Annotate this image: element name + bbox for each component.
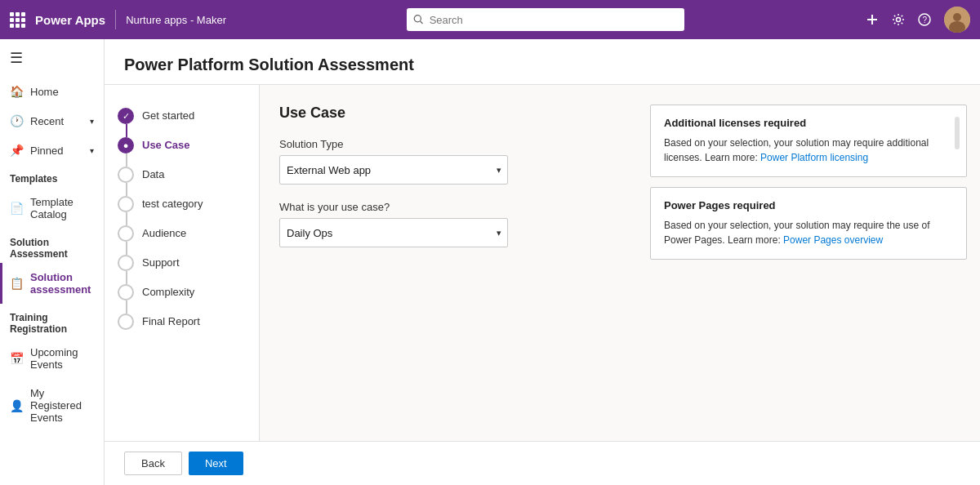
sidebar-item-registered-events[interactable]: 👤 My Registered Events bbox=[0, 379, 104, 432]
step-circle-data bbox=[118, 167, 134, 183]
events-icon: 📅 bbox=[10, 352, 24, 365]
sidebar-item-registered-label: My Registered Events bbox=[30, 387, 94, 424]
sidebar-item-recent[interactable]: 🕐 Recent ▾ bbox=[0, 106, 104, 136]
hamburger-menu[interactable]: ☰ bbox=[0, 39, 104, 77]
step-use-case[interactable]: ● Use Case bbox=[118, 131, 246, 160]
settings-button[interactable] bbox=[892, 13, 905, 26]
use-case-select[interactable]: Daily Ops Customer Service Finance HR Ot… bbox=[279, 218, 508, 247]
step-circle-support bbox=[118, 255, 134, 271]
search-input[interactable] bbox=[430, 14, 679, 26]
nav-divider bbox=[115, 10, 116, 29]
app-name: Nurture apps - Maker bbox=[126, 14, 226, 26]
footer-actions: Back Next bbox=[105, 441, 980, 485]
step-circle-final-report bbox=[118, 314, 134, 330]
additional-licenses-title: Additional licenses required bbox=[664, 117, 953, 129]
svg-point-0 bbox=[415, 16, 421, 22]
chevron-down-icon-2: ▾ bbox=[90, 146, 94, 155]
sidebar-item-solution-assessment[interactable]: 📋 Solution assessment bbox=[0, 263, 104, 304]
sidebar-item-pinned[interactable]: 📌 Pinned ▾ bbox=[0, 136, 104, 165]
scroll-indicator bbox=[955, 117, 960, 149]
template-icon: 📄 bbox=[10, 202, 24, 215]
svg-line-1 bbox=[421, 21, 423, 24]
solution-type-label: Solution Type bbox=[279, 138, 617, 150]
topnav-actions: ? bbox=[866, 7, 970, 33]
step-data[interactable]: Data bbox=[118, 160, 246, 189]
step-audience[interactable]: Audience bbox=[118, 219, 246, 248]
step-label-use-case: Use Case bbox=[142, 137, 190, 151]
step-get-started[interactable]: ✓ Get started bbox=[118, 101, 246, 131]
content-area: Power Platform Solution Assessment ✓ Get… bbox=[105, 39, 980, 485]
step-label-data: Data bbox=[142, 167, 164, 180]
use-case-label: What is your use case? bbox=[279, 201, 617, 213]
add-button[interactable] bbox=[866, 13, 879, 26]
step-label-audience: Audience bbox=[142, 225, 186, 239]
svg-point-4 bbox=[897, 18, 901, 22]
step-circle-audience bbox=[118, 225, 134, 242]
additional-licenses-body: Based on your selection, your solution m… bbox=[664, 136, 953, 165]
active-indicator bbox=[0, 263, 2, 304]
sidebar-item-upcoming-label: Upcoming Events bbox=[30, 346, 94, 371]
brand-name: Power Apps bbox=[35, 13, 105, 27]
svg-point-8 bbox=[953, 13, 961, 21]
info-card-additional-licenses: Additional licenses required Based on yo… bbox=[650, 105, 967, 177]
sidebar-item-solution-label: Solution assessment bbox=[30, 271, 94, 296]
power-pages-title: Power Pages required bbox=[664, 199, 953, 211]
solution-type-field: Solution Type External Web app Internal … bbox=[279, 138, 617, 185]
sidebar: ☰ 🏠 Home 🕐 Recent ▾ 📌 Pinned ▾ Templates… bbox=[0, 39, 105, 485]
search-bar[interactable] bbox=[407, 8, 684, 31]
step-final-report[interactable]: Final Report bbox=[118, 307, 246, 336]
grid-icon[interactable] bbox=[10, 12, 25, 28]
sidebar-item-home-label: Home bbox=[30, 86, 59, 98]
sidebar-item-home[interactable]: 🏠 Home bbox=[0, 77, 104, 106]
sidebar-item-pinned-label: Pinned bbox=[30, 145, 63, 157]
step-circle-complexity bbox=[118, 284, 134, 300]
step-circle-use-case: ● bbox=[118, 137, 134, 154]
step-label-test-category: test category bbox=[142, 196, 203, 210]
recent-icon: 🕐 bbox=[10, 114, 24, 127]
home-icon: 🏠 bbox=[10, 85, 24, 98]
step-support[interactable]: Support bbox=[118, 248, 246, 278]
sidebar-item-upcoming-events[interactable]: 📅 Upcoming Events bbox=[0, 338, 104, 379]
solution-assessment-section-header: Solution Assessment bbox=[0, 229, 104, 263]
use-case-select-wrapper[interactable]: Daily Ops Customer Service Finance HR Ot… bbox=[279, 218, 508, 247]
page-body: ✓ Get started ● Use Case Data bbox=[105, 85, 980, 441]
solution-icon: 📋 bbox=[10, 277, 24, 290]
topnav: Power Apps Nurture apps - Maker ? bbox=[0, 0, 980, 39]
info-panel: Additional licenses required Based on yo… bbox=[637, 85, 980, 441]
step-circle-test-category bbox=[118, 196, 134, 212]
use-case-field: What is your use case? Daily Ops Custome… bbox=[279, 201, 617, 247]
pinned-icon: 📌 bbox=[10, 144, 24, 157]
form-panel: Use Case Solution Type External Web app … bbox=[260, 85, 637, 441]
avatar[interactable] bbox=[944, 7, 970, 33]
sidebar-item-template-label: Template Catalog bbox=[30, 196, 94, 220]
form-section-title: Use Case bbox=[279, 105, 617, 122]
step-label-support: Support bbox=[142, 255, 180, 269]
solution-type-select[interactable]: External Web app Internal App Portal Wor… bbox=[279, 155, 508, 185]
additional-licenses-link[interactable]: Power Platform licensing bbox=[760, 152, 868, 163]
power-pages-link[interactable]: Power Pages overview bbox=[783, 234, 883, 246]
svg-text:?: ? bbox=[923, 16, 928, 24]
page-title: Power Platform Solution Assessment bbox=[124, 56, 960, 74]
templates-section-header: Templates bbox=[0, 165, 104, 188]
power-pages-body: Based on your selection, your solution m… bbox=[664, 218, 953, 247]
steps-panel: ✓ Get started ● Use Case Data bbox=[105, 85, 260, 441]
step-circle-get-started: ✓ bbox=[118, 108, 134, 124]
step-complexity[interactable]: Complexity bbox=[118, 278, 246, 307]
chevron-down-icon: ▾ bbox=[90, 117, 94, 126]
next-button[interactable]: Next bbox=[189, 452, 243, 475]
sidebar-item-template-catalog[interactable]: 📄 Template Catalog bbox=[0, 188, 104, 229]
back-button[interactable]: Back bbox=[124, 452, 182, 475]
page-header: Power Platform Solution Assessment bbox=[105, 39, 980, 85]
step-label-final-report: Final Report bbox=[142, 314, 200, 327]
step-label-complexity: Complexity bbox=[142, 284, 194, 298]
search-icon bbox=[413, 14, 424, 25]
solution-type-select-wrapper[interactable]: External Web app Internal App Portal Wor… bbox=[279, 155, 508, 185]
sidebar-item-recent-label: Recent bbox=[30, 115, 64, 127]
info-card-power-pages: Power Pages required Based on your selec… bbox=[650, 187, 967, 260]
step-test-category[interactable]: test category bbox=[118, 189, 246, 219]
help-button[interactable]: ? bbox=[918, 13, 931, 26]
main-layout: ☰ 🏠 Home 🕐 Recent ▾ 📌 Pinned ▾ Templates… bbox=[0, 39, 980, 485]
training-section-header: Training Registration bbox=[0, 304, 104, 338]
registered-icon: 👤 bbox=[10, 399, 24, 412]
step-label-get-started: Get started bbox=[142, 108, 194, 122]
